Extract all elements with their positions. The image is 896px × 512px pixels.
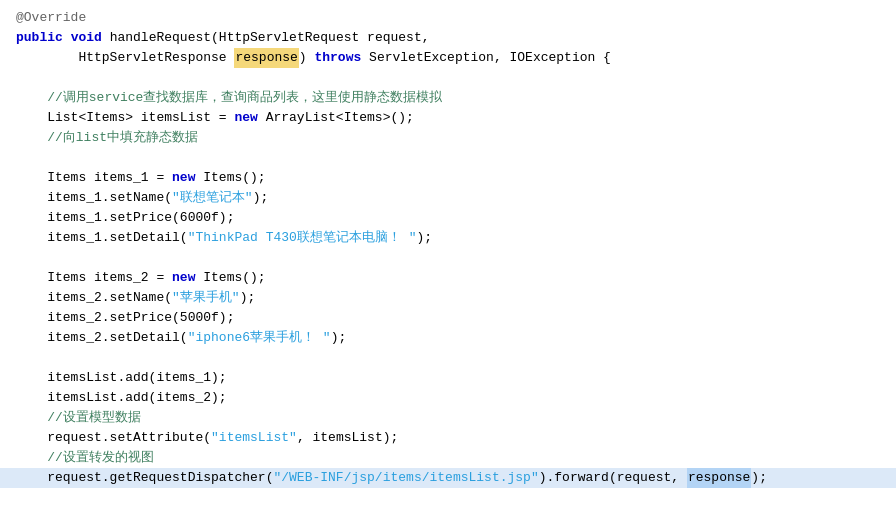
line-items2-price: items_2.setPrice(5000f); bbox=[0, 308, 896, 328]
line-items1-detail: items_1.setDetail( "ThinkPad T430联想笔记本电脑… bbox=[0, 228, 896, 248]
line-add1: itemsList.add(items_1); bbox=[0, 368, 896, 388]
line-blank4 bbox=[0, 348, 896, 368]
line-comment2: //向list中填充静态数据 bbox=[0, 128, 896, 148]
line-blank2 bbox=[0, 148, 896, 168]
line-items1-new: Items items_1 = new Items(); bbox=[0, 168, 896, 188]
throws-keyword: throws bbox=[314, 48, 361, 68]
line-items2-name: items_2.setName( "苹果手机" ); bbox=[0, 288, 896, 308]
line-list-decl: List<Items> itemsList = new ArrayList<It… bbox=[0, 108, 896, 128]
response-highlight: response bbox=[234, 48, 298, 68]
line-items1-price: items_1.setPrice(6000f); bbox=[0, 208, 896, 228]
line-blank5 bbox=[0, 488, 896, 508]
line-items1-name: items_1.setName( "联想笔记本" ); bbox=[0, 188, 896, 208]
line-items2-new: Items items_2 = new Items(); bbox=[0, 268, 896, 288]
line-comment4: //设置转发的视图 bbox=[0, 448, 896, 468]
line-add2: itemsList.add(items_2); bbox=[0, 388, 896, 408]
line-override: @Override bbox=[0, 8, 896, 28]
line-setattr: request.setAttribute( "itemsList" , item… bbox=[0, 428, 896, 448]
line-close-brace: } bbox=[0, 508, 896, 512]
line-blank3 bbox=[0, 248, 896, 268]
response-forward-highlight: response bbox=[687, 468, 751, 488]
line-items2-detail: items_2.setDetail( "iphone6苹果手机！ " ); bbox=[0, 328, 896, 348]
line-forward: request.getRequestDispatcher( "/WEB-INF/… bbox=[0, 468, 896, 488]
line-method-sig2: HttpServletResponse response ) throws Se… bbox=[0, 48, 896, 68]
line-comment3: //设置模型数据 bbox=[0, 408, 896, 428]
code-editor: @Override public void handleRequest(Http… bbox=[0, 0, 896, 512]
line-blank1 bbox=[0, 68, 896, 88]
line-method-sig1: public void handleRequest(HttpServletReq… bbox=[0, 28, 896, 48]
line-comment1: //调用service查找数据库，查询商品列表，这里使用静态数据模拟 bbox=[0, 88, 896, 108]
